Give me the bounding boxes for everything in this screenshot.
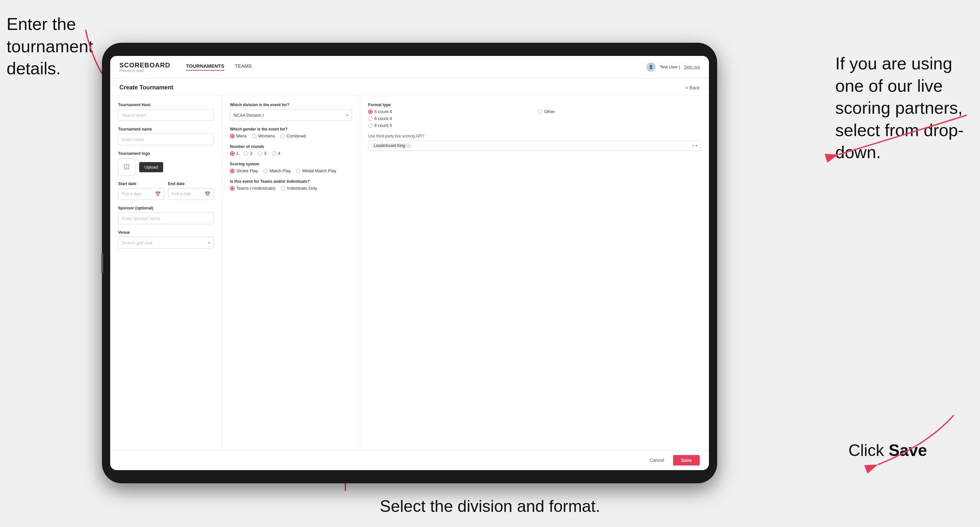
save-button[interactable]: Save bbox=[673, 455, 700, 465]
sponsor-input[interactable]: Enter sponsor name bbox=[118, 213, 214, 224]
teams-teams[interactable]: Teams (+Individuals) bbox=[230, 186, 276, 190]
format-6count5-label: 6 count 5 bbox=[374, 123, 392, 128]
rounds-2[interactable]: 2 bbox=[244, 151, 252, 156]
format-6count4-radio[interactable] bbox=[368, 116, 373, 121]
live-scoring-tag-close[interactable]: × bbox=[407, 144, 409, 148]
rounds-2-radio[interactable] bbox=[244, 151, 248, 156]
page-header: Create Tournament < Back bbox=[110, 78, 709, 95]
live-scoring-label: Use third-party live scoring API? bbox=[368, 134, 701, 138]
gender-mens-label: Mens bbox=[236, 133, 247, 138]
annotation-top-left: Enter the tournament details. bbox=[6, 13, 99, 80]
gender-combined-label: Combined bbox=[286, 133, 306, 138]
venue-input[interactable]: Search golf club ▾ bbox=[118, 237, 214, 249]
rounds-1[interactable]: 1 bbox=[230, 151, 239, 156]
format-6count5[interactable]: 6 count 5 bbox=[368, 123, 531, 128]
gender-field: Which gender is the event for? Mens Wome… bbox=[230, 127, 352, 138]
rounds-3-radio[interactable] bbox=[258, 151, 262, 156]
format-other-radio[interactable] bbox=[538, 110, 542, 114]
gender-mens-radio[interactable] bbox=[230, 134, 235, 138]
division-field: Which division is the event for? NCAA Di… bbox=[230, 103, 352, 121]
form-footer: Cancel Save bbox=[110, 450, 709, 470]
teams-label: Is this event for Teams and/or Individua… bbox=[230, 179, 352, 184]
sponsor-field: Sponsor (optional) Enter sponsor name bbox=[118, 206, 214, 224]
teams-individuals[interactable]: Individuals Only bbox=[281, 186, 317, 190]
tournament-host-input[interactable]: Search team bbox=[118, 109, 214, 121]
gender-combined[interactable]: Combined bbox=[280, 133, 306, 138]
teams-teams-radio[interactable] bbox=[230, 186, 235, 190]
live-scoring-field: Use third-party live scoring API? Leader… bbox=[368, 134, 701, 151]
rounds-3-label: 3 bbox=[264, 151, 266, 156]
form-col-mid: Which division is the event for? NCAA Di… bbox=[222, 95, 360, 450]
scoring-stroke-radio[interactable] bbox=[230, 169, 235, 173]
end-date-field: End date Pick a date 📅 bbox=[168, 181, 214, 200]
scoring-medal[interactable]: Medal Match Play bbox=[296, 168, 336, 173]
live-scoring-tag: Leaderboard King × bbox=[372, 143, 411, 149]
page-title: Create Tournament bbox=[119, 84, 173, 91]
venue-label: Venue bbox=[118, 230, 214, 235]
format-5count4[interactable]: 5 count 4 bbox=[368, 109, 531, 114]
format-type-field: Format type 5 count 4 Other 6 count 4 bbox=[368, 103, 701, 128]
end-date-icon: 📅 bbox=[205, 191, 210, 197]
gender-womens-label: Womens bbox=[258, 133, 275, 138]
end-date-input[interactable]: Pick a date 📅 bbox=[168, 188, 214, 200]
format-other-label: Other bbox=[544, 109, 555, 114]
division-label: Which division is the event for? bbox=[230, 103, 352, 107]
scoring-match-label: Match Play bbox=[269, 168, 291, 173]
gender-radio-group: Mens Womens Combined bbox=[230, 133, 352, 138]
nav-link-tournaments[interactable]: TOURNAMENTS bbox=[186, 63, 224, 71]
logo-sub: Powered by clippd bbox=[119, 69, 170, 72]
format-5count4-label: 5 count 4 bbox=[374, 109, 392, 114]
gender-womens[interactable]: Womens bbox=[252, 133, 275, 138]
scoring-medal-radio[interactable] bbox=[296, 169, 301, 173]
back-link[interactable]: < Back bbox=[686, 85, 700, 90]
sponsor-label: Sponsor (optional) bbox=[118, 206, 214, 210]
scoring-label: Scoring system bbox=[230, 162, 352, 167]
rounds-4[interactable]: 4 bbox=[272, 151, 280, 156]
rounds-1-label: 1 bbox=[236, 151, 239, 156]
start-date-icon: 📅 bbox=[155, 191, 161, 197]
scoring-stroke-label: Stroke Play bbox=[236, 168, 258, 173]
scoring-match-radio[interactable] bbox=[263, 169, 268, 173]
tournament-name-input[interactable]: Enter name bbox=[118, 133, 214, 145]
rounds-field: Number of rounds 1 2 3 bbox=[230, 144, 352, 156]
format-other[interactable]: Other bbox=[538, 109, 701, 114]
gender-label: Which gender is the event for? bbox=[230, 127, 352, 132]
gender-womens-radio[interactable] bbox=[252, 134, 256, 138]
nav-link-teams[interactable]: TEAMS bbox=[235, 63, 252, 71]
rounds-4-label: 4 bbox=[278, 151, 280, 156]
form-col-left: Tournament Host Search team Tournament n… bbox=[110, 95, 222, 450]
teams-individuals-radio[interactable] bbox=[281, 186, 286, 190]
tournament-logo-field: Tournament logo 🖼 Upload bbox=[118, 151, 214, 176]
rounds-label: Number of rounds bbox=[230, 144, 352, 149]
rounds-4-radio[interactable] bbox=[272, 151, 276, 156]
annotation-bottom-center: Select the division and format. bbox=[380, 496, 600, 517]
cancel-button[interactable]: Cancel bbox=[644, 455, 670, 465]
gender-mens[interactable]: Mens bbox=[230, 133, 247, 138]
rounds-radio-group: 1 2 3 4 bbox=[230, 151, 352, 156]
start-date-input[interactable]: Pick a date 📅 bbox=[118, 188, 164, 200]
rounds-1-radio[interactable] bbox=[230, 151, 235, 156]
scoring-radio-group: Stroke Play Match Play Medal Match Play bbox=[230, 168, 352, 173]
rounds-3[interactable]: 3 bbox=[258, 151, 266, 156]
gender-combined-radio[interactable] bbox=[280, 134, 285, 138]
tablet-side-button bbox=[101, 253, 103, 273]
scoring-medal-label: Medal Match Play bbox=[302, 168, 336, 173]
live-scoring-controls: × ▾ bbox=[692, 143, 697, 148]
upload-button[interactable]: Upload bbox=[139, 162, 163, 172]
format-5count4-radio[interactable] bbox=[368, 110, 373, 114]
division-select[interactable]: NCAA Division I ▾ bbox=[230, 109, 352, 121]
scoring-stroke[interactable]: Stroke Play bbox=[230, 168, 258, 173]
format-type-grid: 5 count 4 Other 6 count 4 bbox=[368, 109, 701, 128]
annotation-bottom-right: Click Save bbox=[848, 440, 974, 461]
nav-signout[interactable]: Sign out bbox=[684, 64, 700, 69]
live-scoring-select[interactable]: Leaderboard King × × ▾ bbox=[368, 140, 701, 151]
scoring-field: Scoring system Stroke Play Match Play bbox=[230, 162, 352, 173]
nav-right: 👤 Test User | Sign out bbox=[646, 62, 700, 71]
tournament-host-field: Tournament Host Search team bbox=[118, 103, 214, 121]
logo-area: SCOREBOARD Powered by clippd bbox=[119, 62, 170, 72]
teams-radio-group: Teams (+Individuals) Individuals Only bbox=[230, 186, 352, 190]
format-6count5-radio[interactable] bbox=[368, 123, 373, 128]
scoring-match[interactable]: Match Play bbox=[263, 168, 291, 173]
tablet: SCOREBOARD Powered by clippd TOURNAMENTS… bbox=[102, 43, 717, 483]
format-6count4[interactable]: 6 count 4 bbox=[368, 116, 531, 121]
